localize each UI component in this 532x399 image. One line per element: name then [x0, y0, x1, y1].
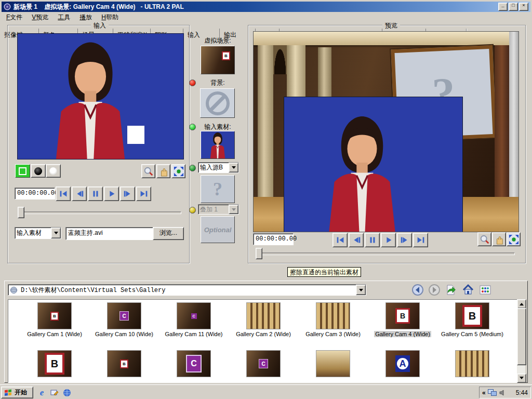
- skip-start-button[interactable]: [56, 187, 71, 201]
- gallery-item[interactable]: B: [91, 350, 157, 377]
- step-back-button[interactable]: [72, 187, 87, 201]
- minimize-button[interactable]: _: [498, 3, 508, 11]
- skip-start-button[interactable]: [332, 233, 348, 247]
- start-button[interactable]: 开始: [1, 387, 33, 398]
- gallery-item[interactable]: CGallery Cam 11 (Wide): [161, 302, 227, 338]
- menu-item-1[interactable]: F文件: [2, 12, 27, 23]
- chevron-down-icon: [359, 289, 363, 294]
- combo-arrow-button[interactable]: [229, 163, 238, 172]
- preview-zoom-button[interactable]: [477, 232, 491, 246]
- pause-button[interactable]: [365, 233, 380, 247]
- home-button[interactable]: [461, 283, 475, 297]
- input-layer-thumbnail[interactable]: [201, 131, 235, 159]
- gallery-thumbnail-image: A: [385, 350, 420, 377]
- skip-end-button[interactable]: [136, 187, 151, 201]
- magnifier-icon: [480, 234, 490, 245]
- gallery-item[interactable]: BGallery Cam 4 (Wide): [369, 302, 436, 338]
- set-column: [258, 45, 273, 211]
- quicklaunch-ie-icon[interactable]: e: [36, 388, 47, 398]
- tray-chevron[interactable]: «: [482, 389, 486, 396]
- preview-seek-slider[interactable]: [254, 248, 517, 258]
- preview-fit-button[interactable]: [507, 232, 521, 246]
- pause-button[interactable]: [88, 187, 103, 201]
- slider-thumb[interactable]: [256, 248, 262, 259]
- scroll-up-button[interactable]: [517, 299, 526, 309]
- step-forward-button[interactable]: [120, 187, 135, 201]
- preview-pan-button[interactable]: [492, 232, 506, 246]
- vertical-scrollbar[interactable]: [517, 299, 525, 382]
- taskbar: 开始 e » « 5:44 e电白同乡论坛 - Micr...新场景 1 虚拟场…: [0, 384, 532, 399]
- gallery-item[interactable]: B: [21, 350, 88, 377]
- back-button[interactable]: [411, 283, 424, 297]
- zoom-tool-button[interactable]: [141, 164, 155, 178]
- step-forward-icon: [123, 189, 133, 199]
- output-view-toggle[interactable]: [15, 164, 30, 178]
- background-thumbnail[interactable]: [200, 88, 235, 118]
- back-arrow-icon: [411, 284, 424, 296]
- view-mode-button[interactable]: [478, 283, 492, 297]
- close-button[interactable]: ×: [519, 3, 528, 11]
- gallery-item[interactable]: C: [230, 350, 297, 377]
- input-timecode-field[interactable]: 00:00:00.00: [15, 188, 55, 200]
- gallery-item[interactable]: BGallery Cam 1 (Wide): [21, 302, 88, 338]
- gallery-item-label: Gallery Cam 4 (Wide): [374, 331, 431, 337]
- gallery-thumbnail-image: [455, 350, 489, 377]
- combo-arrow-button[interactable]: [51, 228, 61, 238]
- export-button[interactable]: [444, 283, 458, 297]
- skip-end-button[interactable]: [413, 233, 428, 247]
- combo-arrow-button[interactable]: [356, 285, 366, 295]
- gallery-item[interactable]: [300, 350, 366, 377]
- gallery-item[interactable]: C: [161, 350, 227, 377]
- skip-end-icon: [416, 235, 426, 245]
- skip-start-icon: [335, 235, 345, 245]
- step-back-button[interactable]: [349, 233, 364, 247]
- input-source-b-select[interactable]: 输入源B: [198, 162, 239, 173]
- network-icon[interactable]: [488, 389, 497, 396]
- gallery-item[interactable]: A: [369, 350, 436, 377]
- quicklaunch-desktop-icon[interactable]: [49, 388, 60, 398]
- gallery-item[interactable]: [439, 350, 506, 377]
- fit-view-button[interactable]: [171, 164, 185, 178]
- step-forward-icon: [400, 235, 410, 245]
- path-combobox[interactable]: D:\软件素材\Content\Virtual Sets\Gallery: [8, 284, 366, 296]
- quicklaunch-media-icon[interactable]: [61, 388, 72, 398]
- input-source-select[interactable]: 输入素材: [15, 227, 61, 239]
- play-button[interactable]: [381, 233, 396, 247]
- step-forward-button[interactable]: [397, 233, 412, 247]
- pause-icon: [367, 235, 378, 245]
- sign-letter: A: [397, 358, 408, 369]
- menu-item-3[interactable]: 工具: [53, 12, 75, 23]
- gallery-item[interactable]: CGallery Cam 10 (Wide): [91, 302, 157, 338]
- title-bar[interactable]: 新场景 1 虚拟场景: Gallery Cam 4 (Wide) - ULTRA…: [2, 2, 530, 12]
- gallery-thumbnail-image: B: [385, 302, 420, 329]
- matte-black-toggle[interactable]: [31, 164, 46, 178]
- preview-monitor[interactable]: ?: [253, 31, 519, 232]
- source-placeholder-thumbnail[interactable]: ?: [201, 175, 235, 203]
- overlay-optional-thumbnail[interactable]: Optional: [201, 216, 235, 243]
- presenter-preview-figure: [313, 112, 411, 232]
- gallery-item[interactable]: Gallery Cam 3 (Wide): [300, 302, 366, 338]
- page-export-icon: [445, 284, 457, 296]
- pan-tool-button[interactable]: [156, 164, 170, 178]
- input-file-field[interactable]: 蓝频主持.avi: [65, 227, 155, 240]
- input-seek-slider[interactable]: [16, 207, 183, 218]
- magnifier-icon: [143, 166, 154, 177]
- scroll-down-button[interactable]: [517, 374, 526, 383]
- play-button[interactable]: [104, 187, 119, 201]
- matte-white-toggle[interactable]: [46, 164, 61, 178]
- maximize-button[interactable]: □: [509, 3, 518, 11]
- menu-item-2[interactable]: V预览: [27, 12, 53, 23]
- forward-button[interactable]: [428, 283, 441, 297]
- preview-timecode-field[interactable]: 00:00:00.00: [253, 233, 294, 245]
- volume-icon[interactable]: [499, 389, 506, 396]
- virtual-set-thumbnail[interactable]: B: [201, 46, 235, 74]
- gallery-item[interactable]: BGallery Cam 5 (Medium): [439, 302, 506, 338]
- browse-button[interactable]: 浏览...: [153, 227, 184, 240]
- black-circle-icon: [34, 167, 42, 175]
- sign-badge: C: [119, 311, 129, 321]
- gallery-item[interactable]: Gallery Cam 2 (Wide): [230, 302, 297, 338]
- chevron-down-icon: [232, 166, 236, 171]
- slider-thumb[interactable]: [18, 207, 24, 218]
- input-video-monitor[interactable]: [17, 33, 184, 159]
- scrollbar-thumb[interactable]: [517, 308, 526, 365]
